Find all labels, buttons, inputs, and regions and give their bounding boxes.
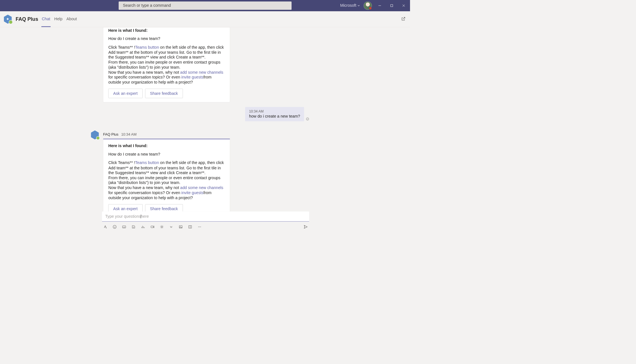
image-icon[interactable] <box>178 225 183 229</box>
svg-point-1 <box>306 118 309 120</box>
svg-point-16 <box>199 226 200 227</box>
bot-name: FAQ Plus <box>103 132 118 136</box>
card-body: Click Teams** !Teams button on the left … <box>108 45 225 85</box>
svg-point-10 <box>161 226 162 228</box>
org-dropdown[interactable]: Microsoft <box>340 3 360 8</box>
window-maximize-button[interactable] <box>388 1 396 10</box>
svg-point-15 <box>198 226 199 227</box>
share-feedback-button[interactable]: Share feedback <box>145 89 183 98</box>
user-message: 10:34 AM how do i create a new team? <box>0 107 410 121</box>
user-avatar[interactable] <box>364 1 372 10</box>
bot-meta: FAQ Plus 10:34 AM <box>103 131 230 139</box>
wikipedia-icon[interactable]: W <box>169 225 173 229</box>
gif-icon[interactable]: GIF <box>122 225 126 229</box>
message-text: how do i create a new team? <box>249 114 300 119</box>
chat-pane: Here is what I found: How do I create a … <box>0 27 410 235</box>
svg-point-4 <box>115 226 115 227</box>
bot-card: Here is what I found: How do I create a … <box>103 139 230 212</box>
bot-avatar-icon <box>90 131 99 140</box>
link-invite-guests[interactable]: invite guests <box>181 190 203 195</box>
app-tabbar: ✦ FAQ Plus Chat Help About <box>0 11 410 27</box>
card-question: How do I create a new team? <box>108 37 225 41</box>
poll-icon[interactable] <box>141 225 145 229</box>
search-placeholder: Search or type a command <box>123 3 171 8</box>
card-question: How do I create a new team? <box>108 152 225 157</box>
share-feedback-button[interactable]: Share feedback <box>145 204 183 212</box>
link-teams-button[interactable]: Teams button <box>135 161 159 165</box>
format-icon[interactable] <box>103 225 107 229</box>
ask-expert-button[interactable]: Ask an expert <box>108 89 143 98</box>
bot-card: Here is what I found: How do I create a … <box>103 27 230 102</box>
message-time: 10:34 AM <box>121 132 136 136</box>
app-title: FAQ Plus <box>15 16 38 22</box>
titlebar: Search or type a command Microsoft <box>0 0 410 11</box>
read-receipt-icon <box>306 117 309 121</box>
message-input[interactable]: Type your questionshere <box>102 212 309 222</box>
message-time: 10:34 AM <box>249 109 300 113</box>
user-bubble: 10:34 AM how do i create a new team? <box>245 107 304 121</box>
svg-rect-9 <box>151 226 153 228</box>
window-minimize-button[interactable] <box>376 1 384 10</box>
ask-expert-button[interactable]: Ask an expert <box>108 204 143 212</box>
app-logo-icon: ✦ <box>3 15 12 24</box>
svg-point-2 <box>113 225 117 229</box>
bot-message: FAQ Plus 10:34 AM Here is what I found: … <box>0 126 410 212</box>
emoji-icon[interactable] <box>113 225 117 229</box>
tab-about[interactable]: About <box>66 11 77 27</box>
send-button[interactable] <box>303 224 308 229</box>
stream-icon[interactable] <box>150 225 154 229</box>
link-invite-guests[interactable]: invite guests <box>181 75 203 79</box>
org-label: Microsoft <box>340 3 357 8</box>
link-add-channels[interactable]: add some new channels <box>180 185 223 190</box>
svg-point-7 <box>133 227 133 227</box>
svg-text:GIF: GIF <box>123 226 125 228</box>
svg-rect-0 <box>391 5 393 7</box>
composer-placeholder-left: Type your questions <box>105 214 141 219</box>
search-input[interactable]: Search or type a command <box>118 1 291 10</box>
card-body: Click Teams** !Teams button on the left … <box>108 160 225 200</box>
card-heading: Here is what I found: <box>108 144 225 149</box>
composer-toolbar: GIF W <box>102 222 309 229</box>
link-add-channels[interactable]: add some new channels <box>180 70 223 75</box>
tab-chat[interactable]: Chat <box>41 11 51 27</box>
svg-point-17 <box>200 226 201 227</box>
svg-point-8 <box>134 227 134 227</box>
news-icon[interactable] <box>188 225 192 229</box>
svg-point-13 <box>180 226 180 227</box>
composer-area: Type your questionshere GIF W <box>0 212 410 235</box>
svg-rect-12 <box>179 226 182 228</box>
more-icon[interactable] <box>197 225 201 229</box>
composer-placeholder-right: here <box>141 214 149 219</box>
svg-text:W: W <box>170 226 173 228</box>
svg-point-3 <box>114 226 114 227</box>
card-heading: Here is what I found: <box>108 28 225 33</box>
tab-help[interactable]: Help <box>54 11 63 27</box>
chevron-down-icon <box>357 3 360 8</box>
popout-icon[interactable] <box>401 16 406 22</box>
link-teams-button[interactable]: Teams button <box>135 45 159 50</box>
bot-message: Here is what I found: How do I create a … <box>0 27 410 102</box>
window-close-button[interactable] <box>400 1 408 10</box>
weather-icon[interactable] <box>160 225 164 229</box>
sticker-icon[interactable] <box>131 225 136 229</box>
